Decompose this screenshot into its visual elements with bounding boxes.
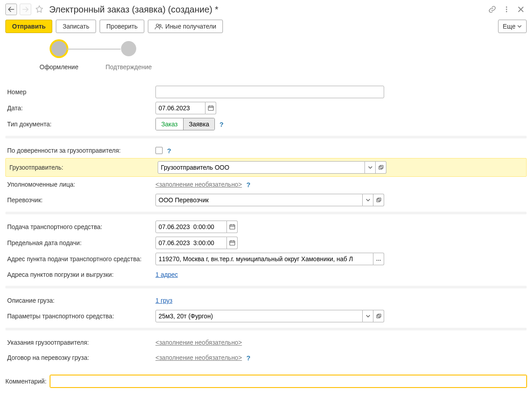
- vehicle-params-input[interactable]: [155, 310, 363, 322]
- cargo-desc-link[interactable]: 1 груз: [155, 297, 172, 304]
- chevron-down-icon: [517, 25, 522, 28]
- chevron-down-icon: [366, 198, 370, 202]
- more-label: Еще: [503, 23, 516, 30]
- separator: [5, 328, 527, 330]
- shipper-label: Грузоотправитель:: [8, 164, 158, 171]
- deadline-label: Предельная дата подачи:: [5, 239, 155, 246]
- svg-rect-9: [377, 198, 381, 201]
- carrier-open-button[interactable]: [373, 194, 384, 206]
- carrier-input[interactable]: [155, 194, 363, 206]
- step-circle-1: [51, 41, 67, 56]
- svg-point-4: [159, 25, 161, 26]
- comment-label: Комментарий:: [5, 378, 46, 385]
- doc-type-label: Тип документа:: [5, 121, 155, 128]
- svg-point-0: [506, 7, 507, 8]
- svg-rect-13: [377, 314, 381, 317]
- calendar-icon: [229, 240, 235, 246]
- send-button[interactable]: Отправить: [5, 20, 52, 33]
- svg-rect-7: [380, 165, 383, 168]
- calendar-icon: [208, 105, 214, 111]
- ellipsis-icon: …: [376, 256, 381, 262]
- authorized-label: Уполномоченные лица:: [5, 181, 155, 188]
- shipper-dropdown-button[interactable]: [365, 161, 376, 174]
- open-icon: [376, 197, 381, 203]
- separator: [5, 136, 527, 138]
- vehicle-params-label: Параметры транспортного средства:: [5, 313, 155, 320]
- doc-type-request[interactable]: Заявка: [183, 118, 214, 130]
- authorized-link[interactable]: <заполнение необязательно>: [155, 181, 242, 188]
- check-button[interactable]: Проверить: [100, 20, 144, 33]
- vehicle-supply-input[interactable]: [155, 221, 227, 233]
- doc-type-order[interactable]: Заказ: [156, 118, 183, 130]
- svg-rect-10: [230, 225, 235, 229]
- people-icon: [155, 23, 163, 29]
- comment-input[interactable]: [50, 375, 527, 388]
- favorite-star-icon[interactable]: [34, 4, 45, 15]
- by-power-label: По доверенности за грузоотправителя:: [5, 147, 155, 154]
- vehicle-params-open-button[interactable]: [373, 310, 384, 322]
- svg-rect-8: [377, 199, 380, 202]
- open-icon: [376, 313, 381, 319]
- number-label: Номер: [5, 88, 155, 96]
- doc-type-help[interactable]: ?: [218, 121, 225, 128]
- vehicle-supply-calendar-button[interactable]: [227, 221, 238, 233]
- step-label-1: Оформление: [40, 63, 79, 71]
- separator: [5, 286, 527, 288]
- contract-label: Договор на перевозку груза:: [5, 354, 155, 361]
- cargo-desc-label: Описание груза:: [5, 297, 155, 304]
- stepper: Оформление Подтверждение: [23, 41, 527, 71]
- carrier-dropdown-button[interactable]: [363, 194, 373, 206]
- separator: [5, 212, 527, 214]
- arrow-left-icon: [8, 7, 14, 12]
- page-title: Электронный заказ (заявка) (создание) *: [49, 4, 218, 15]
- supply-address-label: Адрес пункта подачи транспортного средст…: [5, 255, 155, 263]
- vehicle-supply-label: Подача транспортного средства:: [5, 223, 155, 230]
- svg-point-3: [156, 24, 159, 26]
- shipper-open-button[interactable]: [376, 161, 386, 174]
- date-label: Дата:: [5, 104, 155, 112]
- authorized-help[interactable]: ?: [245, 181, 252, 188]
- carrier-label: Перевозчик:: [5, 196, 155, 204]
- recipients-button[interactable]: Иные получатели: [148, 20, 223, 33]
- forward-button: [20, 4, 31, 15]
- date-picker-button[interactable]: [205, 102, 216, 114]
- arrow-right-icon: [22, 7, 29, 12]
- supply-address-input[interactable]: [155, 253, 373, 265]
- kebab-menu-button[interactable]: [501, 4, 512, 15]
- save-button[interactable]: Записать: [56, 20, 96, 33]
- step-circle-2: [121, 41, 136, 56]
- back-button[interactable]: [5, 4, 17, 15]
- load-addresses-link[interactable]: 1 адрес: [155, 271, 178, 278]
- deadline-input[interactable]: [155, 237, 227, 249]
- shipper-input[interactable]: [158, 161, 365, 174]
- shipper-instructions-label: Указания грузоотправителя:: [5, 339, 155, 346]
- shipper-instructions-link[interactable]: <заполнение необязательно>: [155, 339, 242, 346]
- more-button[interactable]: Еще: [498, 20, 527, 33]
- svg-rect-6: [379, 166, 382, 169]
- vehicle-params-dropdown-button[interactable]: [363, 310, 373, 322]
- svg-point-1: [506, 9, 507, 10]
- svg-point-2: [506, 11, 507, 13]
- close-icon: [518, 6, 524, 13]
- load-addresses-label: Адреса пунктов погрузки и выгрузки:: [5, 271, 155, 278]
- by-power-help[interactable]: ?: [165, 147, 173, 154]
- calendar-icon: [229, 224, 235, 230]
- close-button[interactable]: [515, 4, 527, 15]
- chevron-down-icon: [368, 166, 373, 169]
- recipients-label: Иные получатели: [165, 23, 216, 30]
- link-icon: [488, 5, 496, 13]
- svg-rect-5: [208, 106, 213, 111]
- contract-help[interactable]: ?: [245, 354, 252, 362]
- deadline-calendar-button[interactable]: [227, 237, 238, 249]
- by-power-checkbox[interactable]: [155, 147, 163, 154]
- contract-link[interactable]: <заполнение необязательно>: [155, 354, 242, 361]
- chevron-down-icon: [366, 314, 370, 318]
- date-input[interactable]: [155, 102, 205, 114]
- svg-rect-12: [377, 315, 380, 318]
- step-label-2: Подтверждение: [105, 63, 152, 71]
- number-input[interactable]: [155, 86, 384, 98]
- svg-rect-11: [230, 241, 235, 246]
- supply-address-ellipsis-button[interactable]: …: [373, 253, 384, 265]
- link-icon-button[interactable]: [486, 4, 498, 15]
- kebab-icon: [503, 6, 510, 13]
